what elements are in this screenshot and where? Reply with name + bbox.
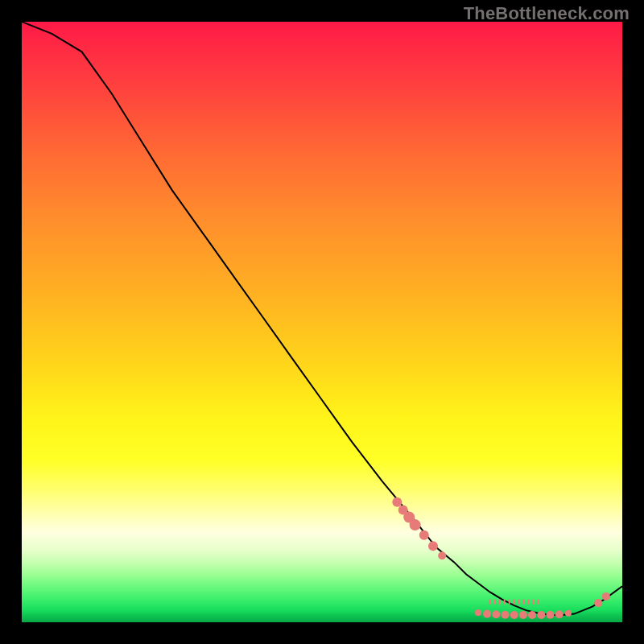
plot-area bbox=[22, 22, 622, 622]
chart-svg bbox=[22, 22, 622, 622]
data-marker bbox=[510, 611, 518, 619]
annotation-tick bbox=[499, 600, 501, 605]
data-marker bbox=[492, 610, 500, 618]
annotation-tick bbox=[518, 600, 520, 605]
annotation-tick bbox=[494, 600, 496, 605]
data-marker bbox=[537, 611, 545, 619]
watermark-label: TheBottleneck.com bbox=[464, 3, 630, 24]
data-marker bbox=[594, 599, 602, 607]
annotation-tick bbox=[533, 600, 535, 605]
series-curve bbox=[22, 22, 622, 615]
curve-layer bbox=[22, 22, 622, 615]
data-marker bbox=[419, 530, 429, 540]
annotation-tick bbox=[504, 600, 506, 605]
annotation-tick bbox=[489, 600, 491, 605]
data-marker bbox=[547, 611, 555, 619]
data-marker bbox=[483, 610, 491, 618]
annotation-tick bbox=[528, 600, 530, 605]
annotation-tick bbox=[514, 600, 515, 605]
markers-layer bbox=[392, 497, 610, 619]
data-marker bbox=[475, 609, 481, 616]
annotation-tick bbox=[538, 600, 539, 605]
data-marker bbox=[519, 611, 527, 619]
data-marker bbox=[565, 610, 572, 617]
tick-annotation-layer bbox=[489, 600, 539, 605]
data-marker bbox=[502, 611, 510, 619]
chart-frame: TheBottleneck.com bbox=[0, 0, 644, 644]
annotation-tick bbox=[509, 600, 510, 605]
data-marker bbox=[602, 592, 610, 601]
data-marker bbox=[428, 541, 438, 551]
data-marker bbox=[555, 610, 564, 618]
data-marker bbox=[438, 551, 446, 559]
annotation-tick bbox=[523, 600, 525, 605]
data-marker bbox=[410, 519, 421, 530]
data-marker bbox=[528, 611, 536, 619]
data-marker bbox=[392, 497, 402, 507]
